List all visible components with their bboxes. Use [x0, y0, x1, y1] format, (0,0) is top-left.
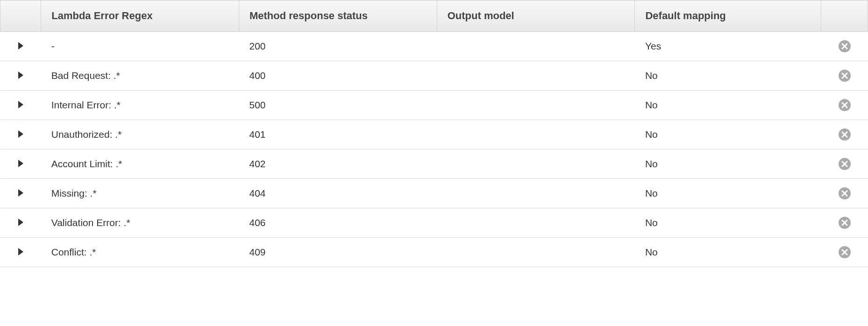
table-row: Validation Error: .* 406 No — [0, 208, 868, 238]
action-cell — [821, 120, 868, 149]
cell-output-model — [437, 179, 635, 208]
expand-row-icon[interactable] — [18, 130, 23, 138]
cell-lambda-regex: Unauthorized: .* — [41, 120, 239, 149]
expand-row-icon[interactable] — [18, 71, 23, 79]
delete-row-icon[interactable] — [839, 128, 851, 141]
delete-row-icon[interactable] — [839, 40, 851, 52]
table-row: Bad Request: .* 400 No — [0, 61, 868, 91]
delete-row-icon[interactable] — [839, 158, 851, 170]
cell-output-model — [437, 120, 635, 149]
expand-cell — [0, 149, 41, 179]
expand-cell — [0, 120, 41, 149]
table-row: Account Limit: .* 402 No — [0, 149, 868, 179]
delete-row-icon[interactable] — [839, 217, 851, 229]
table-row: Missing: .* 404 No — [0, 179, 868, 208]
cell-default-mapping: No — [635, 149, 821, 179]
expand-row-icon[interactable] — [18, 248, 23, 255]
action-cell — [821, 149, 868, 179]
action-cell — [821, 238, 868, 267]
cell-method-status: 409 — [239, 238, 437, 267]
cell-method-status: 500 — [239, 91, 437, 120]
expand-row-icon[interactable] — [18, 219, 23, 226]
cell-output-model — [437, 149, 635, 179]
expand-cell — [0, 238, 41, 267]
cell-method-status: 400 — [239, 61, 437, 91]
cell-method-status: 406 — [239, 208, 437, 238]
table-header-row: Lambda Error Regex Method response statu… — [0, 0, 868, 32]
expand-cell — [0, 61, 41, 91]
delete-row-icon[interactable] — [839, 99, 851, 111]
expand-row-icon[interactable] — [18, 42, 23, 50]
table-row: Internal Error: .* 500 No — [0, 91, 868, 120]
expand-cell — [0, 91, 41, 120]
cell-lambda-regex: Conflict: .* — [41, 238, 239, 267]
header-output-model: Output model — [437, 0, 635, 32]
cell-method-status: 200 — [239, 32, 437, 61]
cell-method-status: 402 — [239, 149, 437, 179]
expand-cell — [0, 32, 41, 61]
cell-lambda-regex: Missing: .* — [41, 179, 239, 208]
cell-output-model — [437, 91, 635, 120]
cell-default-mapping: No — [635, 179, 821, 208]
table-row: Conflict: .* 409 No — [0, 238, 868, 267]
header-method-status: Method response status — [239, 0, 437, 32]
expand-row-icon[interactable] — [18, 160, 23, 167]
cell-output-model — [437, 32, 635, 61]
cell-lambda-regex: Validation Error: .* — [41, 208, 239, 238]
cell-method-status: 404 — [239, 179, 437, 208]
expand-cell — [0, 208, 41, 238]
table-row: - 200 Yes — [0, 32, 868, 61]
expand-row-icon[interactable] — [18, 101, 23, 108]
action-cell — [821, 208, 868, 238]
delete-row-icon[interactable] — [839, 187, 851, 199]
action-cell — [821, 32, 868, 61]
cell-lambda-regex: Bad Request: .* — [41, 61, 239, 91]
table-row: Unauthorized: .* 401 No — [0, 120, 868, 149]
cell-output-model — [437, 208, 635, 238]
cell-method-status: 401 — [239, 120, 437, 149]
expand-cell — [0, 179, 41, 208]
action-cell — [821, 91, 868, 120]
header-lambda-regex: Lambda Error Regex — [41, 0, 239, 32]
cell-default-mapping: No — [635, 238, 821, 267]
action-cell — [821, 179, 868, 208]
cell-output-model — [437, 238, 635, 267]
expand-row-icon[interactable] — [18, 189, 23, 197]
cell-lambda-regex: Account Limit: .* — [41, 149, 239, 179]
header-default-mapping: Default mapping — [635, 0, 821, 32]
action-cell — [821, 61, 868, 91]
header-actions — [821, 0, 868, 32]
cell-default-mapping: No — [635, 61, 821, 91]
cell-default-mapping: No — [635, 120, 821, 149]
cell-output-model — [437, 61, 635, 91]
delete-row-icon[interactable] — [839, 70, 851, 82]
cell-lambda-regex: Internal Error: .* — [41, 91, 239, 120]
cell-default-mapping: No — [635, 208, 821, 238]
header-expand — [0, 0, 41, 32]
cell-default-mapping: Yes — [635, 32, 821, 61]
integration-responses-table: Lambda Error Regex Method response statu… — [0, 0, 868, 267]
delete-row-icon[interactable] — [839, 246, 851, 258]
cell-default-mapping: No — [635, 91, 821, 120]
cell-lambda-regex: - — [41, 32, 239, 61]
